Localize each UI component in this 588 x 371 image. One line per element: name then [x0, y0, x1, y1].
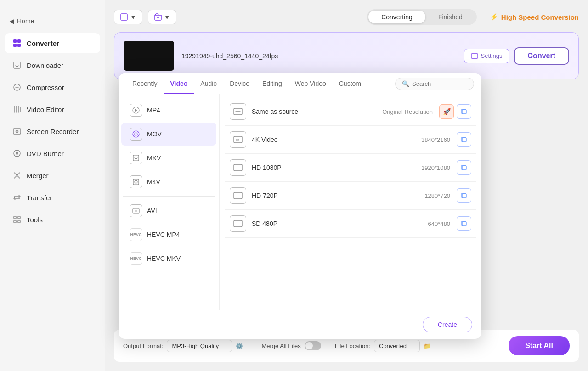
sidebar-item-compressor[interactable]: Compressor — [5, 77, 100, 97]
sidebar-item-screen-recorder[interactable]: Screen Recorder — [5, 121, 100, 141]
res-size-1080: 1920*1080 — [421, 164, 450, 171]
output-format-section: Output Format: MP3-High Quality ⚙️ — [123, 340, 243, 352]
create-button[interactable]: Create — [423, 317, 472, 332]
top-bar: ▼ ▼ Converting Finished ⚡ High Speed Con… — [114, 9, 579, 25]
sidebar-label-converter: Converter — [27, 39, 59, 47]
merger-icon — [12, 170, 22, 180]
sidebar-label-merger: Merger — [27, 172, 49, 180]
svg-rect-11 — [18, 216, 20, 219]
format-item-mkv[interactable]: MKV — [121, 146, 216, 169]
modal-tab-video[interactable]: Video — [164, 73, 194, 94]
settings-button[interactable]: Settings — [464, 49, 509, 63]
start-all-button[interactable]: Start All — [509, 336, 570, 355]
tools-icon — [12, 214, 22, 225]
format-label-avi: AVI — [147, 207, 157, 214]
video-filename: 19291949-uhd_2560_1440_24fps — [181, 52, 457, 60]
tab-converting[interactable]: Converting — [368, 11, 425, 23]
format-item-m4v[interactable]: M4V — [121, 170, 216, 193]
modal-tab-editing[interactable]: Editing — [256, 73, 288, 94]
mp4-icon — [130, 104, 142, 117]
merge-toggle[interactable] — [305, 341, 321, 350]
svg-rect-12 — [14, 220, 16, 223]
add-folder-label: ▼ — [164, 13, 170, 21]
svg-rect-29 — [462, 166, 466, 170]
resolution-same-as-source[interactable]: Same as source Original Resolution 🚀 — [225, 98, 476, 126]
svg-rect-10 — [14, 216, 16, 219]
res-copy-4k[interactable] — [457, 132, 471, 147]
sidebar-label-screen-recorder: Screen Recorder — [27, 128, 79, 135]
res-copy-480[interactable] — [457, 216, 471, 231]
format-item-hevc-mp4[interactable]: HEVC HEVC MP4 — [121, 223, 216, 246]
sidebar-item-downloader[interactable]: Downloader — [5, 55, 100, 75]
res-name-1080: HD 1080P — [252, 164, 421, 171]
file-location-section: File Location: Converted 📁 — [335, 340, 431, 352]
sidebar-item-video-editor[interactable]: Video Editor — [5, 99, 100, 119]
output-format-label: Output Format: — [123, 343, 163, 349]
output-format-select[interactable]: MP3-High Quality — [167, 340, 232, 352]
modal-tab-web-video[interactable]: Web Video — [288, 73, 333, 94]
svg-rect-1 — [17, 39, 21, 43]
convert-button[interactable]: Convert — [514, 47, 569, 65]
res-icon-720 — [230, 187, 246, 204]
sidebar-item-dvd-burner[interactable]: DVD Burner — [5, 143, 100, 163]
res-copy-1080[interactable] — [457, 160, 471, 175]
svg-rect-28 — [234, 164, 242, 171]
search-input[interactable] — [412, 80, 467, 87]
format-item-mov[interactable]: MOV — [121, 123, 216, 146]
format-item-mp4[interactable]: MP4 — [121, 99, 216, 122]
res-action-rocket[interactable]: 🚀 — [439, 104, 454, 119]
search-icon: 🔍 — [402, 80, 409, 87]
res-copy-same[interactable] — [457, 104, 471, 119]
file-location-select[interactable]: Converted — [374, 340, 420, 352]
res-icon-4k: 4K — [230, 131, 246, 148]
svg-point-17 — [133, 131, 139, 137]
modal-tab-device[interactable]: Device — [223, 73, 256, 94]
add-file-button[interactable]: ▼ — [114, 10, 142, 24]
sidebar-item-tools[interactable]: Tools — [5, 209, 100, 230]
sidebar-label-tools: Tools — [27, 216, 43, 224]
merge-files-label: Merge All Files — [261, 343, 300, 349]
resolution-sd480[interactable]: SD 480P 640*480 — [225, 210, 476, 238]
svg-rect-19 — [133, 155, 139, 161]
res-copy-720[interactable] — [457, 188, 471, 203]
format-list: MP4 MOV MKV — [119, 94, 220, 310]
sidebar-label-video-editor: Video Editor — [27, 106, 64, 113]
format-item-avi[interactable]: AVI — [121, 199, 216, 222]
res-icon-480 — [230, 215, 246, 232]
format-item-hevc-mkv[interactable]: HEVC HEVC MKV — [121, 247, 216, 270]
modal-tab-custom[interactable]: Custom — [333, 73, 368, 94]
sidebar-label-compressor: Compressor — [27, 84, 64, 91]
svg-rect-27 — [462, 138, 466, 142]
res-name-480: SD 480P — [252, 220, 428, 227]
folder-icon[interactable]: 📁 — [424, 343, 431, 349]
resolution-hd1080[interactable]: HD 1080P 1920*1080 — [225, 154, 476, 182]
format-label-hevc-mp4: HEVC MP4 — [147, 231, 180, 238]
modal-tab-recently[interactable]: Recently — [126, 73, 164, 94]
svg-point-9 — [16, 152, 18, 154]
resolution-hd720[interactable]: HD 720P 1280*720 — [225, 182, 476, 210]
hevc-mkv-icon: HEVC — [130, 252, 142, 265]
search-box: 🔍 — [395, 78, 474, 90]
modal-tab-audio[interactable]: Audio — [194, 73, 223, 94]
home-link[interactable]: ◀ Home — [0, 14, 105, 32]
main-content: ▼ ▼ Converting Finished ⚡ High Speed Con… — [105, 0, 588, 371]
screen-recorder-icon — [12, 126, 22, 136]
format-label-mp4: MP4 — [147, 107, 160, 114]
res-icon-1080 — [230, 159, 246, 176]
svg-text:4K: 4K — [236, 138, 240, 141]
sidebar-item-merger[interactable]: Merger — [5, 165, 100, 186]
modal-footer: Create — [119, 310, 481, 339]
resolution-4k[interactable]: 4K 4K Video 3840*2160 — [225, 126, 476, 154]
downloader-icon — [12, 60, 22, 70]
format-label-mov: MOV — [147, 130, 162, 138]
format-label-mkv: MKV — [147, 154, 161, 162]
home-label: Home — [17, 17, 34, 25]
add-folder-button[interactable]: ▼ — [148, 10, 176, 24]
tab-finished[interactable]: Finished — [425, 11, 475, 23]
svg-rect-31 — [462, 194, 466, 198]
res-size-720: 1280*720 — [424, 192, 450, 199]
sidebar-item-transfer[interactable]: Transfer — [5, 187, 100, 208]
sidebar-label-transfer: Transfer — [27, 194, 52, 202]
res-name-4k: 4K Video — [252, 136, 421, 143]
sidebar-item-converter[interactable]: Converter — [5, 33, 100, 53]
